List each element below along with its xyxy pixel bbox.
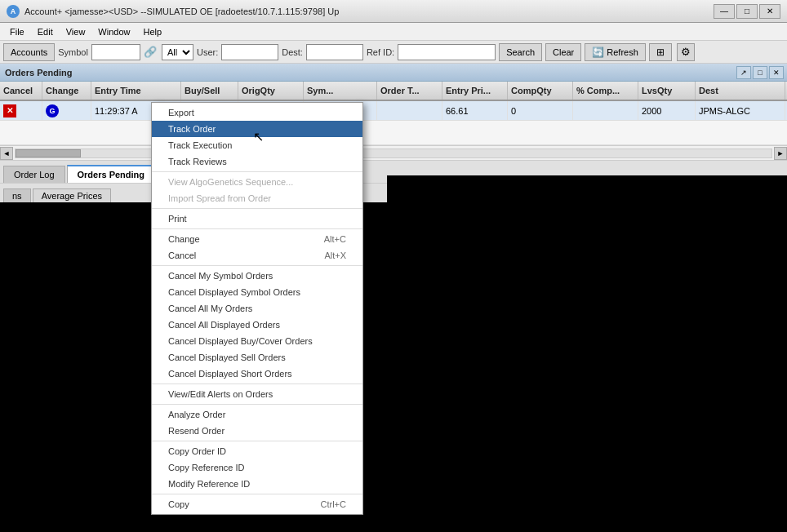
col-entrypri[interactable]: Entry Pri... — [442, 82, 508, 100]
col-change[interactable]: Change — [42, 82, 91, 100]
ctx-print[interactable]: Print — [152, 211, 362, 227]
ctx-track-order[interactable]: Track Order — [152, 121, 362, 137]
scroll-thumb[interactable] — [16, 149, 81, 157]
context-menu: Export Track Order Track Execution Track… — [151, 102, 363, 515]
link-icon: 🔗 — [144, 46, 157, 58]
scroll-left-btn[interactable]: ◄ — [0, 147, 13, 160]
symbol-input[interactable] — [91, 44, 140, 60]
symbol-label: Symbol — [58, 47, 88, 57]
ctx-sep-1 — [152, 171, 362, 172]
ctx-analyze-order[interactable]: Analyze Order — [152, 406, 362, 423]
clear-button[interactable]: Clear — [545, 43, 581, 61]
menu-edit[interactable]: Edit — [31, 25, 60, 38]
col-compqty[interactable]: CompQty — [508, 82, 573, 100]
ctx-cancel-all-displayed[interactable]: Cancel All Displayed Orders — [152, 317, 362, 333]
orders-pending-header: Orders Pending ↗ □ ✕ — [0, 64, 787, 82]
col-origqty[interactable]: OrigQty — [238, 82, 304, 100]
ctx-cancel-displayed-symbol[interactable]: Cancel Displayed Symbol Orders — [152, 284, 362, 300]
toolbar: Accounts Symbol 🔗 All User: Dest: Ref ID… — [0, 41, 787, 64]
ctx-track-execution[interactable]: Track Execution — [152, 137, 362, 153]
minimize-button[interactable]: — — [714, 4, 735, 19]
col-buysell[interactable]: Buy/Sell — [181, 82, 238, 100]
ctx-change[interactable]: Change Alt+C — [152, 231, 362, 247]
user-input[interactable] — [221, 44, 278, 60]
ctx-copy-reference-id[interactable]: Copy Reference ID — [152, 459, 362, 476]
ctx-copy-order-id[interactable]: Copy Order ID — [152, 443, 362, 459]
ctx-export[interactable]: Export — [152, 104, 362, 121]
col-pctcomp[interactable]: % Comp... — [573, 82, 638, 100]
menu-view[interactable]: View — [60, 25, 92, 38]
tab-average-prices[interactable]: Average Prices — [33, 188, 111, 202]
ctx-import-spread[interactable]: Import Spread from Order — [152, 190, 362, 206]
ctx-view-alerts[interactable]: View/Edit Alerts on Orders — [152, 386, 362, 402]
col-lvsqty[interactable]: LvsQty — [638, 82, 696, 100]
cancel-icon[interactable]: ✕ — [3, 104, 16, 117]
ctx-sep-5 — [152, 383, 362, 384]
accounts-button[interactable]: Accounts — [3, 43, 55, 61]
dest-label: Dest: — [282, 47, 303, 57]
menu-file[interactable]: File — [3, 25, 31, 38]
cancel-cell[interactable]: ✕ — [0, 101, 42, 120]
table-layout-button[interactable]: ⊞ — [649, 43, 672, 61]
empty-area — [0, 121, 787, 145]
right-panel — [387, 175, 787, 526]
col-ordertype[interactable]: Order T... — [377, 82, 442, 100]
ctx-sep-2 — [152, 208, 362, 209]
ctx-modify-reference-id[interactable]: Modify Reference ID — [152, 476, 362, 492]
window-controls: — □ ✕ — [714, 4, 780, 19]
col-entry-time[interactable]: Entry Time — [91, 82, 181, 100]
lvsqty-cell: 2000 — [638, 101, 696, 120]
column-headers: Cancel Change Entry Time Buy/Sell OrigQt… — [0, 82, 787, 101]
pctcomp-cell — [573, 101, 638, 120]
compqty-cell: 0 — [508, 101, 573, 120]
tab-orders-pending[interactable]: Orders Pending — [67, 165, 156, 183]
title-bar: A Account+ <jamesse><USD> --SIMULATED OE… — [0, 0, 787, 23]
panel-close-button[interactable]: ✕ — [769, 66, 784, 79]
menu-bar: File Edit View Window Help — [0, 23, 787, 41]
ctx-cancel-sell[interactable]: Cancel Displayed Sell Orders — [152, 349, 362, 366]
ctx-view-algogenetics[interactable]: View AlgoGenetics Sequence... — [152, 174, 362, 190]
all-dropdown[interactable]: All — [162, 44, 193, 60]
scroll-track[interactable] — [15, 149, 772, 158]
menu-window[interactable]: Window — [91, 25, 136, 38]
ctx-resend-order[interactable]: Resend Order — [152, 423, 362, 439]
tab-ns[interactable]: ns — [3, 188, 31, 202]
col-dest[interactable]: Dest — [696, 82, 785, 100]
ctx-cancel-all-my[interactable]: Cancel All My Orders — [152, 300, 362, 317]
col-sym[interactable]: Sym... — [304, 82, 377, 100]
table-row[interactable]: ✕ G 11:29:37 A 66.61 0 2000 JPMS-ALGC VW… — [0, 101, 787, 121]
settings-button[interactable]: ⚙ — [677, 43, 695, 61]
user-label: User: — [197, 47, 218, 57]
dest-cell: JPMS-ALGC — [696, 101, 785, 120]
horizontal-scrollbar[interactable]: ◄ ► — [0, 145, 787, 160]
scroll-right-btn[interactable]: ► — [774, 147, 787, 160]
col-cancel[interactable]: Cancel — [0, 82, 42, 100]
float-button[interactable]: ↗ — [736, 66, 751, 79]
dest-input[interactable] — [306, 44, 363, 60]
ctx-sep-3 — [152, 228, 362, 229]
ctx-cancel-short[interactable]: Cancel Displayed Short Orders — [152, 366, 362, 382]
ctx-sep-8 — [152, 494, 362, 494]
panel-max-button[interactable]: □ — [753, 66, 767, 79]
ctx-sep-7 — [152, 441, 362, 441]
menu-help[interactable]: Help — [136, 25, 168, 38]
ctx-sep-4 — [152, 265, 362, 266]
search-button[interactable]: Search — [499, 43, 542, 61]
close-button[interactable]: ✕ — [759, 4, 780, 19]
refid-label: Ref ID: — [367, 47, 394, 57]
ctx-cancel[interactable]: Cancel Alt+X — [152, 247, 362, 264]
ctx-copy[interactable]: Copy Ctrl+C — [152, 496, 362, 512]
tab-order-log[interactable]: Order Log — [3, 166, 65, 183]
ctx-cancel-my-symbol[interactable]: Cancel My Symbol Orders — [152, 268, 362, 284]
ctx-cancel-buy-cover[interactable]: Cancel Displayed Buy/Cover Orders — [152, 333, 362, 349]
orders-pending-title: Orders Pending — [5, 68, 73, 78]
change-cell[interactable]: G — [42, 101, 91, 120]
ordertype-cell — [377, 101, 442, 120]
refid-input[interactable] — [398, 44, 496, 60]
panel-controls: ↗ □ ✕ — [736, 66, 784, 79]
ctx-track-reviews[interactable]: Track Reviews — [152, 153, 362, 170]
refresh-button[interactable]: 🔄 Refresh — [585, 43, 646, 61]
maximize-button[interactable]: □ — [736, 4, 758, 19]
change-icon[interactable]: G — [46, 104, 59, 117]
entryprice-cell: 66.61 — [442, 101, 508, 120]
